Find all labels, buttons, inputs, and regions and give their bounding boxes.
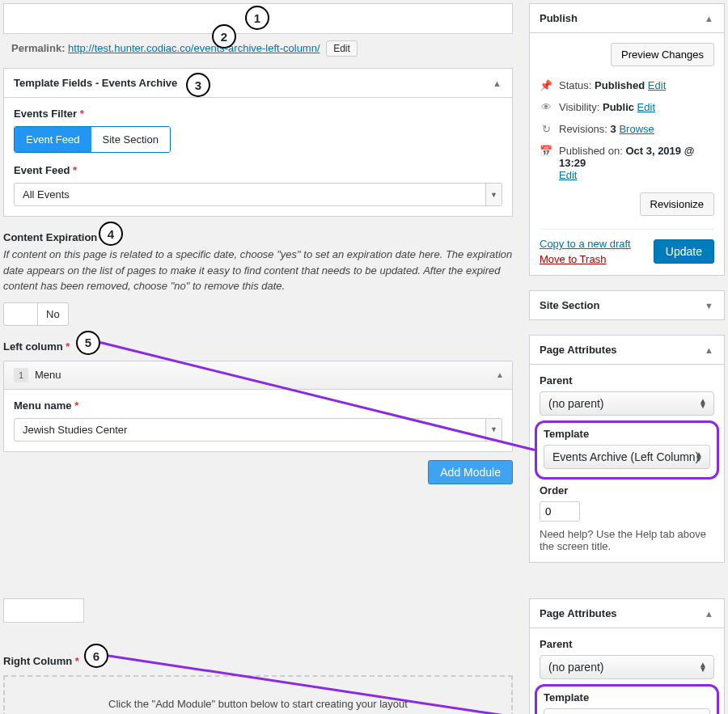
template-fields-header[interactable]: Template Fields - Events Archive — [4, 69, 512, 98]
updown-icon: ▲▼ — [695, 452, 703, 462]
parent-select-1[interactable]: (no parent) ▲▼ — [540, 391, 714, 416]
annotation-circle-4: 4 — [99, 222, 123, 246]
add-module-button-left[interactable]: Add Module — [428, 460, 513, 484]
revisions-row: ↻ Revisions: 3 Browse — [540, 118, 714, 140]
update-button[interactable]: Update — [654, 239, 714, 264]
page-attributes-box-2: Page Attributes Parent (no parent) ▲▼ Te… — [529, 598, 725, 714]
template-fields-title: Template Fields - Events Archive — [14, 77, 177, 89]
expiration-toggle[interactable]: No — [3, 302, 69, 326]
repeater-row-header[interactable]: 1 Menu ▲ — [4, 361, 512, 390]
template-highlight-2: Template Events Archive (Right Column) ▲… — [535, 684, 719, 714]
updown-icon: ▲▼ — [699, 662, 707, 672]
event-feed-label: Event Feed * — [14, 164, 502, 176]
visibility-edit-link[interactable]: Edit — [637, 101, 655, 113]
page-attr-header-1[interactable]: Page Attributes — [530, 336, 724, 365]
right-column-title: Right Column * — [3, 655, 513, 667]
publish-box: Publish Preview Changes 📌 Status: Publis… — [529, 3, 725, 276]
copy-draft-link[interactable]: Copy to a new draft — [540, 238, 631, 250]
event-feed-tab[interactable]: Event Feed — [15, 127, 91, 152]
annotation-circle-3: 3 — [186, 73, 210, 97]
chevron-down-icon: ▼ — [485, 184, 502, 205]
revisions-browse-link[interactable]: Browse — [619, 123, 654, 135]
template-fields-box: Template Fields - Events Archive 3 Event… — [3, 68, 513, 217]
site-section-box: Site Section — [529, 290, 725, 320]
collapse-icon[interactable] — [493, 78, 502, 88]
pin-icon: 📌 — [540, 79, 552, 91]
parent-label-1: Parent — [540, 374, 714, 387]
status-edit-link[interactable]: Edit — [648, 79, 666, 91]
updown-icon: ▲▼ — [699, 399, 707, 408]
published-row: 📅 Published on: Oct 3, 2019 @ 13:29Edit — [540, 140, 714, 186]
page-attributes-box-1: Page Attributes Parent (no parent) ▲▼ Te… — [529, 335, 725, 563]
right-column-empty: Click the "Add Module" button below to s… — [3, 675, 513, 714]
annotation-circle-5: 5 — [76, 331, 100, 355]
annotation-circle-2: 2 — [212, 24, 236, 49]
page-attr-title-2: Page Attributes — [540, 607, 617, 619]
template-select-2[interactable]: Events Archive (Right Column) ▲▼ — [544, 708, 710, 714]
eye-icon: 👁 — [540, 101, 552, 113]
permalink-slug-link[interactable]: events-archive-left-column/ — [193, 42, 320, 54]
expand-icon[interactable] — [705, 301, 714, 311]
right-column-section: Right Column * 6 Click the "Add Module" … — [3, 655, 513, 714]
site-section-header[interactable]: Site Section — [530, 291, 724, 319]
chevron-down-icon: ▼ — [485, 419, 502, 441]
parent-label-2: Parent — [540, 638, 714, 650]
template-select-1[interactable]: Events Archive (Left Column) ▲▼ — [544, 445, 710, 469]
event-feed-select-wrap[interactable]: All Events ▼ — [14, 183, 502, 206]
publish-title: Publish — [540, 12, 578, 24]
permalink-row: Permalink: http://test.hunter.codiac.co/… — [3, 34, 513, 68]
publish-header[interactable]: Publish — [530, 4, 724, 33]
site-section-title: Site Section — [540, 299, 599, 311]
content-expiration-title: Content Expiration — [3, 231, 513, 243]
collapse-icon[interactable] — [705, 609, 714, 619]
template-label-2: Template — [544, 691, 710, 703]
repeater-row-number: 1 — [14, 368, 28, 382]
status-row: 📌 Status: Published Edit — [540, 74, 714, 96]
left-column-section: Left column * 5 1 Menu ▲ Menu name * Jew… — [3, 340, 513, 484]
expiration-toggle-no: No — [38, 303, 68, 325]
collapse-icon[interactable] — [705, 345, 714, 355]
page-attr-header-2[interactable]: Page Attributes — [530, 599, 724, 628]
template-label-1: Template — [544, 428, 710, 440]
history-icon: ↻ — [540, 123, 552, 135]
expiration-toggle-blank[interactable] — [4, 303, 38, 325]
chevron-up-icon[interactable]: ▲ — [496, 370, 504, 379]
permalink-label: Permalink: — [11, 42, 65, 54]
preview-changes-button[interactable]: Preview Changes — [611, 43, 714, 66]
page-attr-help: Need help? Use the Help tab above the sc… — [540, 522, 714, 552]
title-input-row[interactable]: 1 — [3, 3, 513, 34]
parent-select-2[interactable]: (no parent) ▲▼ — [540, 655, 714, 679]
revisionize-button[interactable]: Revisionize — [640, 192, 714, 216]
calendar-icon: 📅 — [540, 145, 552, 157]
fragment-box — [3, 598, 84, 623]
order-label-1: Order — [540, 484, 714, 496]
permalink-base-link[interactable]: http://test.hunter.codiac.co/ — [68, 42, 193, 54]
content-expiration-desc: If content on this page is related to a … — [3, 247, 513, 294]
menu-name-select[interactable]: Jewish Studies Center — [14, 418, 502, 441]
site-section-tab[interactable]: Site Section — [91, 127, 170, 152]
move-trash-link[interactable]: Move to Trash — [540, 253, 631, 265]
event-feed-select[interactable]: All Events — [14, 183, 502, 206]
annotation-circle-6: 6 — [84, 644, 108, 668]
events-filter-group: Event Feed Site Section — [14, 126, 171, 153]
events-filter-label: Events Filter * — [14, 108, 502, 120]
visibility-row: 👁 Visibility: Public Edit — [540, 96, 714, 118]
annotation-circle-1: 1 — [245, 6, 269, 30]
menu-name-label: Menu name * — [14, 399, 502, 412]
repeater-row-label: Menu — [35, 369, 61, 381]
template-highlight-1: Template Events Archive (Left Column) ▲▼ — [535, 420, 719, 480]
menu-name-select-wrap[interactable]: Jewish Studies Center ▼ — [14, 418, 502, 441]
published-edit-link[interactable]: Edit — [559, 169, 577, 181]
order-input-1[interactable] — [540, 501, 580, 522]
page-attr-title-1: Page Attributes — [540, 344, 617, 356]
left-column-repeater: 1 Menu ▲ Menu name * Jewish Studies Cent… — [3, 361, 513, 452]
collapse-icon[interactable] — [705, 14, 714, 23]
permalink-edit-button[interactable]: Edit — [326, 40, 358, 57]
